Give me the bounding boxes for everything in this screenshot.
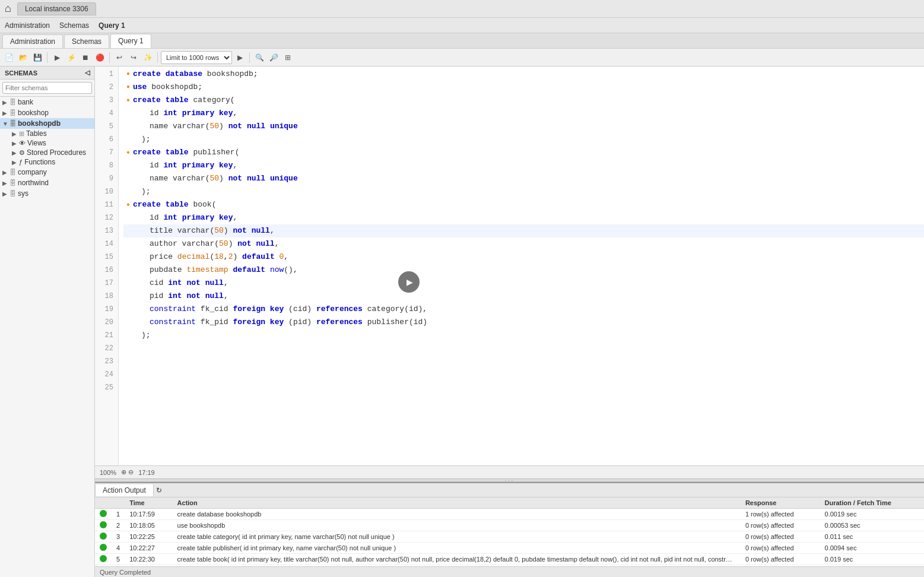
tables-arrow: ▶ bbox=[12, 131, 19, 137]
row-num: 5 bbox=[112, 554, 125, 565]
bookshopdb-arrow: ▼ bbox=[2, 121, 9, 127]
tab-administration[interactable]: Administration bbox=[2, 34, 63, 48]
home-icon[interactable]: ⌂ bbox=[5, 2, 11, 15]
status-ok-dot bbox=[100, 544, 107, 551]
indicator-15: ◆ bbox=[123, 198, 133, 211]
views-arrow: ▶ bbox=[12, 140, 19, 147]
menu-query1[interactable]: Query 1 bbox=[99, 21, 125, 30]
code-line-11: id int primary key, bbox=[123, 159, 924, 172]
bottom-panel: Action Output ↻ Time Action Response Dur… bbox=[95, 482, 924, 577]
views-label: Views bbox=[27, 139, 46, 147]
code-line-23: constraint fk_cid foreign key (cid) refe… bbox=[123, 303, 924, 316]
bottom-tabs: Action Output ↻ bbox=[95, 483, 924, 497]
sidebar-item-bookshopdb[interactable]: ▼ 🗄 bookshopdb bbox=[0, 118, 94, 129]
zoom-level: 100% bbox=[100, 469, 116, 476]
code-editor[interactable]: 1 2 3 4 5 6 7 8 9 10 11 12 13 14 15 16 1 bbox=[95, 66, 924, 465]
tables-icon: ⊞ bbox=[19, 130, 24, 138]
code-line-10: ◆ create table publisher( bbox=[123, 146, 924, 159]
row-num: 3 bbox=[112, 531, 125, 543]
code-line-1: ● create database bookshopdb; bbox=[123, 68, 924, 81]
limit-select[interactable]: Limit to 1000 rows No limit Limit to 10 … bbox=[161, 51, 232, 64]
sidebar-item-stored-procedures[interactable]: ▶ ⚙ Stored Procedures bbox=[9, 148, 94, 157]
tab-query1[interactable]: Query 1 bbox=[110, 34, 151, 48]
menu-schemas[interactable]: Schemas bbox=[59, 21, 89, 30]
redo-icon[interactable]: ↪ bbox=[127, 51, 140, 64]
grid-icon[interactable]: ⊞ bbox=[281, 51, 294, 64]
northwind-db-icon: 🗄 bbox=[9, 179, 16, 186]
row-num: 4 bbox=[112, 543, 125, 554]
tables-label: Tables bbox=[26, 129, 47, 138]
find-replace-icon[interactable]: 🔎 bbox=[267, 51, 280, 64]
col-status bbox=[95, 497, 112, 509]
open-file-icon[interactable]: 📂 bbox=[17, 51, 30, 64]
row-action: create table book( id int primary key, t… bbox=[173, 554, 741, 565]
code-line-5: ◆ create table category( bbox=[123, 94, 924, 107]
row-time: 10:22:30 bbox=[125, 554, 172, 565]
bank-label: bank bbox=[18, 98, 33, 106]
toolbar-tabs: Administration Schemas Query 1 bbox=[0, 33, 924, 49]
save-icon[interactable]: 💾 bbox=[31, 51, 44, 64]
table-header-row: Time Action Response Duration / Fetch Ti… bbox=[95, 497, 924, 509]
undo-icon[interactable]: ↩ bbox=[113, 51, 126, 64]
sidebar-item-views[interactable]: ▶ 👁 Views bbox=[9, 138, 94, 148]
sidebar-item-northwind[interactable]: ▶ 🗄 northwind bbox=[0, 177, 94, 188]
main-layout: SCHEMAS ◁ ▶ 🗄 bank ▶ 🗄 bookshop ▼ 🗄 bbox=[0, 66, 924, 577]
code-lines[interactable]: ● create database bookshopdb; ● use book… bbox=[119, 66, 924, 465]
bookshopdb-children: ▶ ⊞ Tables ▶ 👁 Views ▶ ⚙ Stored Procedur… bbox=[0, 129, 94, 167]
views-icon: 👁 bbox=[19, 140, 26, 147]
code-line-25: ); bbox=[123, 329, 924, 342]
menu-bar: Administration Schemas Query 1 bbox=[0, 18, 924, 33]
schema-search-input[interactable] bbox=[2, 82, 92, 94]
status-ok-dot bbox=[100, 510, 107, 517]
row-response: 0 row(s) affected bbox=[741, 554, 820, 565]
row-action: create database bookshopdb bbox=[173, 509, 741, 520]
sidebar-search-area bbox=[0, 80, 94, 97]
sidebar-item-bank[interactable]: ▶ 🗄 bank bbox=[0, 97, 94, 107]
sidebar-item-bookshop[interactable]: ▶ 🗄 bookshop bbox=[0, 107, 94, 118]
schemas-label: SCHEMAS bbox=[5, 69, 37, 77]
sidebar-item-sys[interactable]: ▶ 🗄 sys bbox=[0, 188, 94, 199]
company-db-icon: 🗄 bbox=[9, 169, 16, 176]
query-complete-bar: Query Completed bbox=[95, 566, 924, 577]
row-response: 0 row(s) affected bbox=[741, 531, 820, 543]
sidebar-item-tables[interactable]: ▶ ⊞ Tables bbox=[9, 129, 94, 138]
separator3 bbox=[157, 52, 158, 63]
bookshop-arrow: ▶ bbox=[2, 110, 9, 116]
bank-db-icon: 🗄 bbox=[9, 99, 16, 106]
row-duration: 0.011 sec bbox=[820, 531, 924, 543]
sidebar-item-functions[interactable]: ▶ ƒ Functions bbox=[9, 157, 94, 167]
tab-action-output[interactable]: Action Output bbox=[95, 484, 154, 496]
row-status-icon bbox=[95, 509, 112, 520]
col-duration: Duration / Fetch Time bbox=[820, 497, 924, 509]
tab-schemas[interactable]: Schemas bbox=[64, 34, 109, 48]
refresh-icon[interactable]: ↻ bbox=[156, 486, 162, 494]
company-arrow: ▶ bbox=[2, 169, 9, 176]
zoom-controls[interactable]: ⊕ ⊖ bbox=[121, 468, 134, 476]
search-icon[interactable]: 🔍 bbox=[253, 51, 266, 64]
run-icon[interactable]: ▶ bbox=[50, 51, 63, 64]
sidebar-toggle-icon[interactable]: ◁ bbox=[85, 69, 90, 77]
code-line-15: ◆ create table book( bbox=[123, 198, 924, 211]
run-selection-icon[interactable]: ⚡ bbox=[65, 51, 78, 64]
run-limit-icon[interactable]: ▶ bbox=[233, 51, 246, 64]
row-duration: 0.00053 sec bbox=[820, 520, 924, 531]
table-row: 4 10:22:27 create table publisher( id in… bbox=[95, 543, 924, 554]
col-response: Response bbox=[741, 497, 820, 509]
new-file-icon[interactable]: 📄 bbox=[2, 51, 15, 64]
icon-toolbar: 📄 📂 💾 ▶ ⚡ ⏹ 🔴 ↩ ↪ ✨ Limit to 1000 rows N… bbox=[0, 49, 924, 66]
sp-icon: ⚙ bbox=[19, 149, 25, 157]
code-line-18: author varchar(50) not null, bbox=[123, 237, 924, 251]
menu-administration[interactable]: Administration bbox=[5, 21, 50, 30]
pretty-icon[interactable]: ✨ bbox=[141, 51, 154, 64]
bookshop-db-icon: 🗄 bbox=[9, 109, 16, 116]
stop-icon[interactable]: ⏹ bbox=[79, 51, 92, 64]
code-line-8: ); bbox=[123, 133, 924, 146]
sp-label: Stored Procedures bbox=[27, 148, 86, 157]
play-button[interactable] bbox=[398, 271, 420, 293]
sp-arrow: ▶ bbox=[12, 150, 19, 156]
instance-tab[interactable]: Local instance 3306 bbox=[17, 2, 96, 15]
sidebar-item-company[interactable]: ▶ 🗄 company bbox=[0, 167, 94, 177]
cursor-position: 17:19 bbox=[138, 469, 155, 476]
query-complete-text: Query Completed bbox=[100, 569, 151, 576]
stop2-icon[interactable]: 🔴 bbox=[93, 51, 106, 64]
